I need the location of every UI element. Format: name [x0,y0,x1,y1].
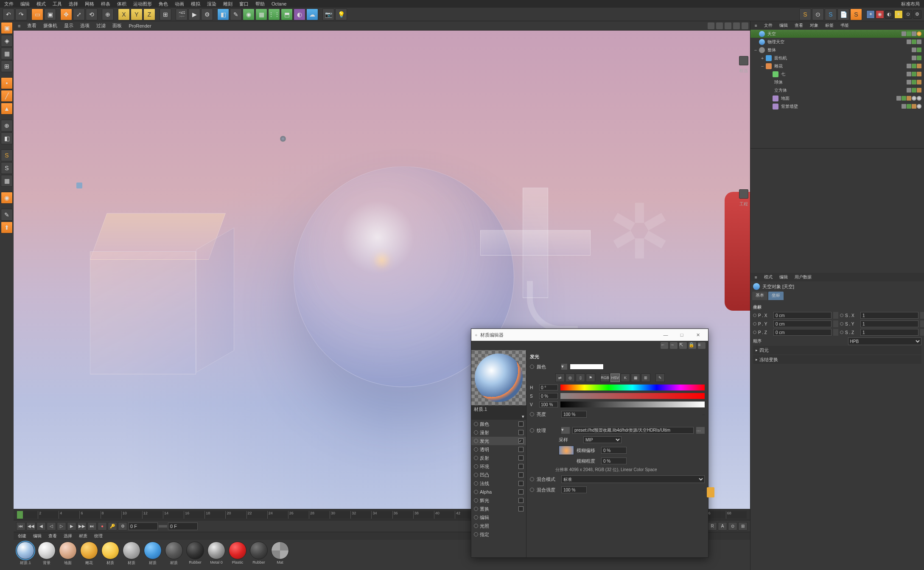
channel-anim-dot[interactable] [474,515,478,519]
subtab-coord[interactable]: 坐标 [768,292,784,300]
picker-book-icon[interactable]: ▯ [576,373,585,382]
tag-vis-icon[interactable] [917,39,921,44]
channel-checkbox[interactable] [518,464,524,469]
snap-enable[interactable]: S [1,149,13,161]
channel-透明[interactable]: 透明 [471,445,526,454]
channel-anim-dot[interactable] [474,464,478,469]
coord-anim-dot[interactable] [753,322,756,326]
model-mode[interactable]: ▣ [1,22,13,34]
tl-opt-4[interactable]: A [718,522,727,531]
channel-发光[interactable]: 发光 [471,437,526,445]
coord-anim-dot[interactable] [840,314,843,317]
plugin-s3[interactable]: S [850,8,862,20]
tree-row[interactable]: 物理天空 [750,38,924,46]
expand-icon[interactable]: + [760,56,765,61]
texture-browse-button[interactable]: … [696,427,705,434]
menu-item[interactable]: 模式 [34,1,48,7]
toggle-5[interactable]: ⊙ [904,10,912,19]
material-item[interactable]: 雕花 [79,542,99,568]
material-item[interactable]: 材质 [121,542,142,568]
channel-anim-dot[interactable] [474,430,478,435]
coord-input[interactable] [773,320,832,327]
spinner-icon[interactable] [833,320,838,327]
om-tab-edit[interactable]: 编辑 [777,22,790,28]
picker-target-icon[interactable]: ◎ [566,373,575,382]
tree-row[interactable]: +面包机 [750,54,924,62]
channel-光照[interactable]: 光照 [471,522,526,530]
channel-checkbox[interactable] [518,489,524,494]
layout-preset[interactable]: 标准布局 [899,1,922,7]
mat-menu-texture[interactable]: 纹理 [92,533,105,539]
material-editor-titlebar[interactable]: ● 材质编辑器 — □ ✕ [471,329,708,341]
light-menu[interactable]: 💡 [335,8,347,20]
camera-menu[interactable]: 📷 [322,8,334,20]
picker-hsv-button[interactable]: HSV [610,373,620,382]
nav-lock[interactable]: 🔒 [689,342,696,349]
tag-sun-icon[interactable] [917,31,921,36]
render-view[interactable]: 🎬 [176,8,188,20]
channel-Alpha[interactable]: Alpha [471,488,526,496]
brightness-field[interactable] [561,411,587,418]
channel-checkbox[interactable] [518,472,524,477]
tag-tag-icon[interactable] [917,80,921,84]
texture-path-field[interactable]: preset://hd预置收藏.lib4d/hdr资源/天空HDRIs/Ulti… [572,427,694,434]
vp-menu-view[interactable]: 查看 [25,22,39,29]
menu-item[interactable]: 雕刻 [221,1,235,7]
snap-settings[interactable]: S [1,162,13,174]
channel-环境[interactable]: 环境 [471,462,526,471]
menu-item[interactable]: Octane [269,1,289,6]
tag-chk-icon[interactable] [912,72,916,76]
coord-input[interactable] [860,312,918,319]
blur-offset-field[interactable] [601,447,627,454]
menu-item[interactable]: 网格 [82,1,97,7]
material-item[interactable]: 材质 [143,542,163,568]
viewport-solo[interactable]: ◧ [1,132,13,144]
channel-anim-dot[interactable] [474,507,478,511]
vp-menu-burger[interactable]: ≡ [15,23,23,28]
channel-checkbox[interactable] [518,498,524,503]
spinner-icon[interactable] [920,329,924,336]
undo-button[interactable]: ↶ [3,8,14,20]
expand-icon[interactable] [767,96,772,101]
tag-chk-icon[interactable] [912,39,916,44]
render-settings[interactable]: ⚙ [201,8,213,20]
picker-swap-icon[interactable]: ⇄ [555,373,565,382]
subtab-basic[interactable]: 基本 [752,292,767,300]
subdiv-menu[interactable]: ▦ [255,8,267,20]
channel-漫射[interactable]: 漫射 [471,428,526,437]
channel-anim-dot[interactable] [474,456,478,460]
picker-rgb-button[interactable]: RGB [600,373,610,382]
tag-tag-icon[interactable] [907,96,911,101]
vp-nav-5[interactable] [742,22,748,29]
menu-item[interactable]: 选择 [66,1,81,7]
menu-item[interactable]: 模拟 [188,1,203,7]
array-menu[interactable]: ⋮⋮ [268,8,280,20]
material-item[interactable]: 材质 [164,542,184,568]
toggle-1[interactable]: ✦ [866,10,875,19]
material-preview[interactable] [471,350,526,405]
tree-row[interactable]: 球体 [750,78,924,86]
workplane-mode[interactable]: ⊞ [1,60,13,72]
tag-tag-icon[interactable] [917,72,921,76]
channel-checkbox[interactable] [518,430,524,435]
tl-goto-start[interactable]: ⏮ [16,522,25,531]
mat-menu-material[interactable]: 材质 [76,533,90,539]
tag-vis-icon[interactable] [907,80,911,84]
plugin-s1[interactable]: S [799,8,811,20]
mat-menu-select[interactable]: 选择 [61,533,75,539]
tag-mat-icon[interactable] [917,104,921,109]
tl-prev-frame[interactable]: ◀ [36,522,46,531]
expand-icon[interactable]: − [760,64,765,69]
toggle-2[interactable]: ◉ [876,10,884,19]
rotation-order-select[interactable]: HPB [848,337,922,345]
tree-row[interactable]: 地面 [750,94,924,102]
hue-slider[interactable] [560,385,705,390]
menu-item[interactable]: 帮助 [253,1,267,7]
tl-next-frame[interactable]: ▶ [67,522,76,531]
expand-icon[interactable] [767,88,772,93]
toggle-6[interactable]: ⚙ [913,10,921,19]
deformer-menu[interactable]: ◐ [294,8,305,20]
vp-menu-filter[interactable]: 过滤 [94,22,108,29]
spinner-icon[interactable] [833,329,838,336]
coord-anim-dot[interactable] [753,314,756,317]
